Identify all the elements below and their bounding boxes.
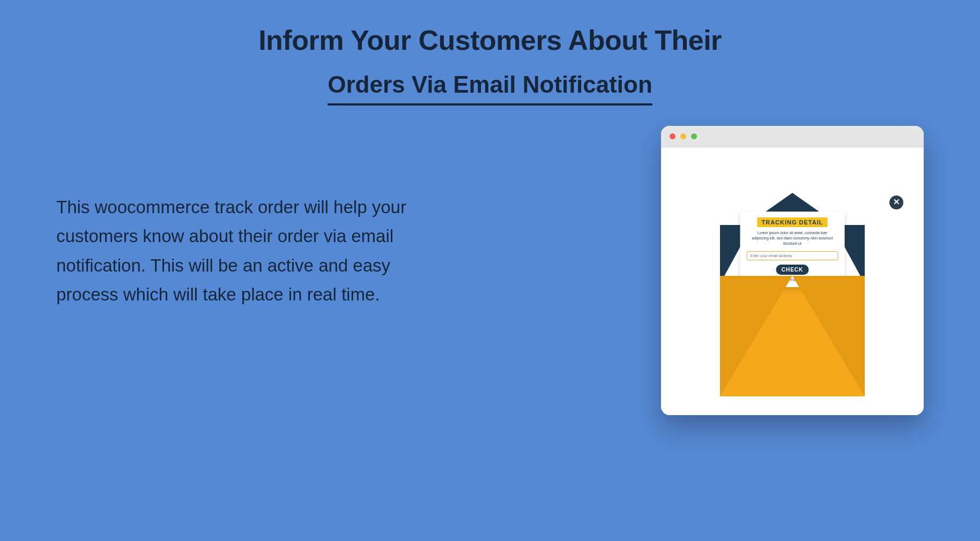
- close-icon[interactable]: [889, 196, 903, 209]
- title-line-1: Inform Your Customers About Their: [0, 24, 980, 56]
- letter-title: TRACKING DETAIL: [757, 217, 827, 227]
- browser-window: TRACKING DETAIL Lorem ipsum dolor sit am…: [661, 126, 924, 415]
- email-input[interactable]: [747, 251, 838, 260]
- browser-titlebar: [661, 126, 924, 147]
- description-text: This woocommerce track order will help y…: [56, 193, 442, 310]
- envelope-illustration: TRACKING DETAIL Lorem ipsum dolor sit am…: [720, 193, 865, 396]
- check-button[interactable]: CHECK: [776, 265, 809, 275]
- envelope-front-bottom: [720, 327, 865, 396]
- letter-description: Lorem ipsum dolor sit amet, consecte-tue…: [747, 230, 838, 246]
- heading-block: Inform Your Customers About Their Orders…: [0, 0, 980, 106]
- window-min-dot-icon[interactable]: [680, 133, 686, 139]
- window-max-dot-icon[interactable]: [691, 133, 697, 139]
- window-close-dot-icon[interactable]: [670, 133, 675, 139]
- title-line-2: Orders Via Email Notification: [328, 71, 652, 106]
- browser-body: TRACKING DETAIL Lorem ipsum dolor sit am…: [661, 147, 924, 415]
